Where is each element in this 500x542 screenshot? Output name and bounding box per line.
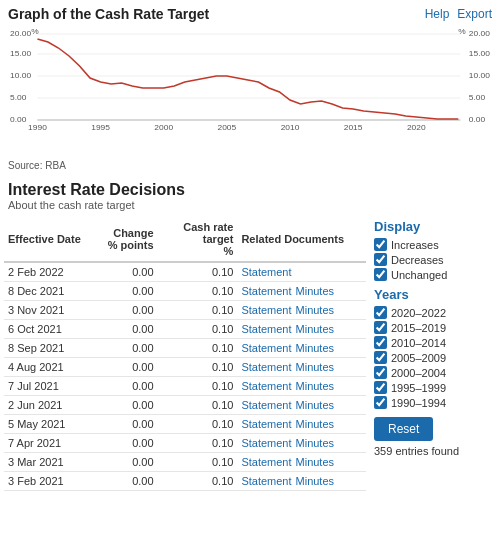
svg-text:2000: 2000 bbox=[154, 123, 173, 132]
table-row: 5 May 20210.000.10StatementMinutes bbox=[4, 415, 366, 434]
cell-rate: 0.10 bbox=[158, 453, 238, 472]
doc-link[interactable]: Minutes bbox=[296, 399, 335, 411]
sidebar-year-item: 2000–2004 bbox=[374, 366, 496, 379]
doc-link[interactable]: Minutes bbox=[296, 304, 335, 316]
svg-text:0.00: 0.00 bbox=[10, 115, 27, 124]
cell-rate: 0.10 bbox=[158, 415, 238, 434]
sidebar-year-item: 2010–2014 bbox=[374, 336, 496, 349]
year-checkbox[interactable] bbox=[374, 366, 387, 379]
year-label: 2020–2022 bbox=[391, 307, 446, 319]
help-link[interactable]: Help bbox=[425, 7, 450, 21]
cell-docs: StatementMinutes bbox=[237, 377, 366, 396]
table-row: 7 Jul 20210.000.10StatementMinutes bbox=[4, 377, 366, 396]
doc-link[interactable]: Minutes bbox=[296, 361, 335, 373]
year-label: 2005–2009 bbox=[391, 352, 446, 364]
svg-text:2005: 2005 bbox=[217, 123, 236, 132]
year-checkbox[interactable] bbox=[374, 306, 387, 319]
year-label: 2010–2014 bbox=[391, 337, 446, 349]
doc-link[interactable]: Statement bbox=[241, 399, 291, 411]
cell-change: 0.00 bbox=[90, 434, 158, 453]
chart-svg: 20.00 15.00 10.00 5.00 0.00 20.00 15.00 … bbox=[8, 26, 492, 136]
svg-text:20.00: 20.00 bbox=[10, 29, 31, 38]
display-options: IncreasesDecreasesUnchanged bbox=[374, 238, 496, 281]
cell-docs: StatementMinutes bbox=[237, 339, 366, 358]
cell-docs: StatementMinutes bbox=[237, 415, 366, 434]
chart-header: Graph of the Cash Rate Target Help Expor… bbox=[0, 0, 500, 24]
table-header-row: Effective Date Change% points Cash rate … bbox=[4, 217, 366, 262]
doc-link[interactable]: Minutes bbox=[296, 475, 335, 487]
year-checkbox[interactable] bbox=[374, 321, 387, 334]
rates-table: Effective Date Change% points Cash rate … bbox=[4, 217, 366, 491]
export-link[interactable]: Export bbox=[457, 7, 492, 21]
cell-date: 6 Oct 2021 bbox=[4, 320, 90, 339]
reset-button[interactable]: Reset bbox=[374, 417, 433, 441]
cell-docs: StatementMinutes bbox=[237, 358, 366, 377]
svg-text:5.00: 5.00 bbox=[10, 93, 27, 102]
svg-text:1995: 1995 bbox=[91, 123, 110, 132]
cell-docs: StatementMinutes bbox=[237, 396, 366, 415]
cell-rate: 0.10 bbox=[158, 434, 238, 453]
display-checkbox[interactable] bbox=[374, 268, 387, 281]
year-options: 2020–20222015–20192010–20142005–20092000… bbox=[374, 306, 496, 409]
year-checkbox[interactable] bbox=[374, 381, 387, 394]
doc-link[interactable]: Statement bbox=[241, 342, 291, 354]
doc-link[interactable]: Minutes bbox=[296, 456, 335, 468]
main-layout: Effective Date Change% points Cash rate … bbox=[0, 217, 500, 491]
col-header-change: Change% points bbox=[90, 217, 158, 262]
chart-container: 20.00 15.00 10.00 5.00 0.00 20.00 15.00 … bbox=[0, 24, 500, 158]
doc-link[interactable]: Statement bbox=[241, 361, 291, 373]
sidebar-year-item: 2005–2009 bbox=[374, 351, 496, 364]
table-row: 8 Dec 20210.000.10StatementMinutes bbox=[4, 282, 366, 301]
doc-link[interactable]: Statement bbox=[241, 418, 291, 430]
doc-link[interactable]: Statement bbox=[241, 475, 291, 487]
doc-link[interactable]: Minutes bbox=[296, 323, 335, 335]
year-checkbox[interactable] bbox=[374, 351, 387, 364]
year-label: 1990–1994 bbox=[391, 397, 446, 409]
cell-change: 0.00 bbox=[90, 320, 158, 339]
doc-link[interactable]: Minutes bbox=[296, 380, 335, 392]
year-checkbox[interactable] bbox=[374, 396, 387, 409]
table-row: 6 Oct 20210.000.10StatementMinutes bbox=[4, 320, 366, 339]
cell-change: 0.00 bbox=[90, 396, 158, 415]
table-row: 8 Sep 20210.000.10StatementMinutes bbox=[4, 339, 366, 358]
cell-docs: StatementMinutes bbox=[237, 320, 366, 339]
cell-rate: 0.10 bbox=[158, 320, 238, 339]
doc-link[interactable]: Minutes bbox=[296, 418, 335, 430]
display-label: Unchanged bbox=[391, 269, 447, 281]
chart-source: Source: RBA bbox=[0, 158, 500, 175]
doc-link[interactable]: Statement bbox=[241, 304, 291, 316]
cell-docs: StatementMinutes bbox=[237, 282, 366, 301]
doc-link[interactable]: Statement bbox=[241, 285, 291, 297]
doc-link[interactable]: Statement bbox=[241, 266, 291, 278]
sidebar-year-item: 1990–1994 bbox=[374, 396, 496, 409]
svg-text:%: % bbox=[458, 27, 465, 36]
doc-link[interactable]: Minutes bbox=[296, 285, 335, 297]
svg-text:2020: 2020 bbox=[407, 123, 426, 132]
doc-link[interactable]: Statement bbox=[241, 323, 291, 335]
doc-link[interactable]: Minutes bbox=[296, 342, 335, 354]
cell-rate: 0.10 bbox=[158, 358, 238, 377]
table-row: 2 Jun 20210.000.10StatementMinutes bbox=[4, 396, 366, 415]
doc-link[interactable]: Statement bbox=[241, 456, 291, 468]
doc-link[interactable]: Statement bbox=[241, 437, 291, 449]
cell-date: 3 Nov 2021 bbox=[4, 301, 90, 320]
display-checkbox[interactable] bbox=[374, 253, 387, 266]
table-row: 3 Feb 20210.000.10StatementMinutes bbox=[4, 472, 366, 491]
year-checkbox[interactable] bbox=[374, 336, 387, 349]
table-row: 3 Mar 20210.000.10StatementMinutes bbox=[4, 453, 366, 472]
cell-rate: 0.10 bbox=[158, 262, 238, 282]
cell-docs: StatementMinutes bbox=[237, 472, 366, 491]
section-title: Interest Rate Decisions bbox=[0, 175, 500, 199]
display-checkbox[interactable] bbox=[374, 238, 387, 251]
svg-text:10.00: 10.00 bbox=[10, 71, 31, 80]
year-label: 2015–2019 bbox=[391, 322, 446, 334]
year-label: 2000–2004 bbox=[391, 367, 446, 379]
doc-link[interactable]: Statement bbox=[241, 380, 291, 392]
col-header-docs: Related Documents bbox=[237, 217, 366, 262]
cell-rate: 0.10 bbox=[158, 472, 238, 491]
sidebar-display-item: Unchanged bbox=[374, 268, 496, 281]
sidebar-display-item: Increases bbox=[374, 238, 496, 251]
svg-text:15.00: 15.00 bbox=[469, 49, 490, 58]
doc-link[interactable]: Minutes bbox=[296, 437, 335, 449]
cell-change: 0.00 bbox=[90, 358, 158, 377]
